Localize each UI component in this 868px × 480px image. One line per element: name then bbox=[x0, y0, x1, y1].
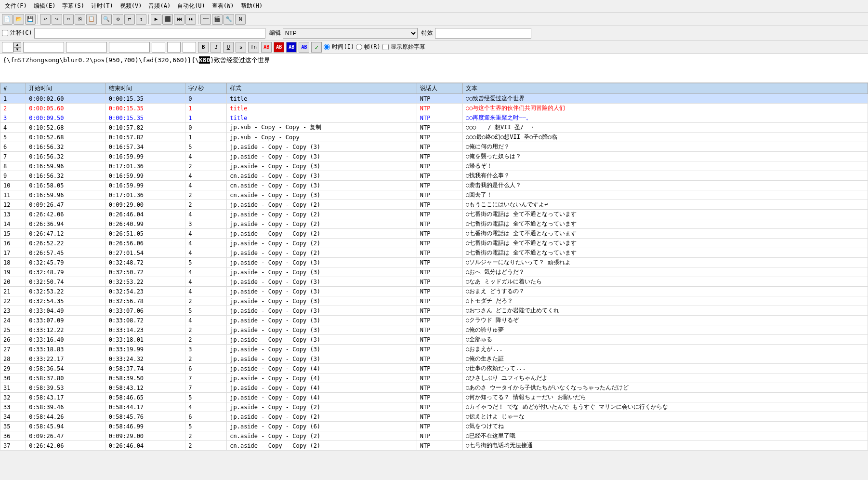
forward-button[interactable]: ⏭ bbox=[185, 14, 196, 25]
table-row[interactable]: 160:26:52.220:26:56.064jp.aside - Copy -… bbox=[0, 239, 868, 248]
menu-view[interactable]: 查看(W) bbox=[209, 1, 237, 11]
menu-automation[interactable]: 自动化(U) bbox=[174, 1, 208, 11]
annotation-checkbox[interactable] bbox=[2, 30, 8, 36]
table-row[interactable]: 180:32:45.790:32:48.725jp.aside - Copy -… bbox=[0, 258, 868, 267]
shift-button[interactable]: ⇄ bbox=[124, 14, 135, 25]
italic-button[interactable]: I bbox=[210, 42, 221, 53]
table-row[interactable]: 90:16:56.320:16:59.994cn.aside - Copy - … bbox=[0, 171, 868, 181]
table-row[interactable]: 220:32:54.350:32:56.782jp.aside - Copy -… bbox=[0, 296, 868, 306]
menu-file[interactable]: 文件(F) bbox=[2, 1, 30, 11]
index-up[interactable]: ▲ bbox=[13, 42, 21, 47]
table-row[interactable]: 370:26:42.060:26:46.042cn.aside - Copy -… bbox=[0, 441, 868, 451]
table-row[interactable]: 260:33:16.400:33:18.012jp.aside - Copy -… bbox=[0, 335, 868, 345]
index-down[interactable]: ▼ bbox=[13, 47, 21, 52]
table-row[interactable]: 150:26:47.120:26:51.054jp.aside - Copy -… bbox=[0, 229, 868, 239]
layer-input[interactable]: 0 bbox=[152, 42, 165, 53]
open-button[interactable]: 📂 bbox=[13, 14, 24, 25]
fn-button[interactable]: fn bbox=[248, 42, 259, 53]
table-row[interactable]: 340:58:44.260:58:45.766jp.aside - Copy -… bbox=[0, 412, 868, 422]
confirm-button[interactable]: ✓ bbox=[311, 42, 322, 53]
wave-button[interactable]: 〰 bbox=[200, 14, 211, 25]
cell-value: 0 bbox=[185, 94, 227, 104]
play-button[interactable]: ▶ bbox=[151, 14, 161, 25]
edit-area[interactable]: {\fnSTZhongsong\blur0.2\pos(950,700)\fad… bbox=[0, 54, 868, 83]
sort-button[interactable]: ↕ bbox=[136, 14, 146, 25]
stop-button[interactable]: ⬛ bbox=[162, 14, 173, 25]
table-row[interactable]: 80:16:59.960:17:01.362jp.aside - Copy - … bbox=[0, 161, 868, 171]
new-button[interactable]: 📄 bbox=[2, 14, 13, 25]
table-row[interactable]: 130:26:42.060:26:46.044jp.aside - Copy -… bbox=[0, 210, 868, 219]
table-row[interactable]: 350:58:45.940:58:46.995jp.aside - Copy -… bbox=[0, 422, 868, 431]
table-row[interactable]: 210:32:53.220:32:54.234jp.aside - Copy -… bbox=[0, 287, 868, 296]
properties-button[interactable]: ⚙ bbox=[113, 14, 123, 25]
table-row[interactable]: 120:09:26.470:09:29.002jp.aside - Copy -… bbox=[0, 200, 868, 210]
video-button[interactable]: 🎬 bbox=[212, 14, 223, 25]
strikeout-button[interactable]: s bbox=[236, 42, 246, 53]
cell-value: 15 bbox=[0, 229, 26, 239]
index-input[interactable]: 0 bbox=[2, 42, 13, 53]
table-row[interactable]: 100:16:58.050:16:59.994cn.aside - Copy -… bbox=[0, 181, 868, 190]
cut-button[interactable]: ✂ bbox=[63, 14, 74, 25]
ab2-button[interactable]: AB bbox=[274, 42, 284, 53]
table-row[interactable]: 140:26:36.940:26:40.993jp.aside - Copy -… bbox=[0, 219, 868, 229]
table-row[interactable]: 310:58:39.530:58:43.127jp.aside - Copy -… bbox=[0, 383, 868, 393]
show-original-checkbox[interactable] bbox=[382, 44, 389, 50]
table-row[interactable]: 290:58:36.540:58:37.746jp.aside - Copy -… bbox=[0, 364, 868, 373]
cell-value: 27 bbox=[0, 345, 26, 354]
table-row[interactable]: 320:58:43.170:58:46.655jp.aside - Copy -… bbox=[0, 393, 868, 402]
table-row[interactable]: 280:33:22.170:33:24.322jp.aside - Copy -… bbox=[0, 354, 868, 364]
menu-timing[interactable]: 计时(T) bbox=[88, 1, 116, 11]
extra-button[interactable]: N bbox=[235, 14, 246, 25]
cell-value: 32 bbox=[0, 393, 26, 402]
table-row[interactable]: 60:16:56.320:16:57.345jp.aside - Copy - … bbox=[0, 142, 868, 152]
table-row[interactable]: 40:10:52.680:10:57.820jp.sub - Copy - Co… bbox=[0, 123, 868, 133]
cell-value: NTP bbox=[417, 325, 462, 335]
menu-audio[interactable]: 音频(A) bbox=[145, 1, 173, 11]
menu-subtitle[interactable]: 字幕(S) bbox=[59, 1, 87, 11]
menu-help[interactable]: 帮助(H) bbox=[238, 1, 266, 11]
table-row[interactable]: 250:33:12.220:33:14.232jp.aside - Copy -… bbox=[0, 325, 868, 335]
table-row[interactable]: 230:33:04.490:33:07.065jp.aside - Copy -… bbox=[0, 306, 868, 316]
cell-text: ○已经不在这里了哦 bbox=[462, 431, 868, 441]
table-row[interactable]: 30:00:09.500:00:15.351titleNTP○○再度迎来重聚之时… bbox=[0, 113, 868, 123]
table-row[interactable]: 330:58:39.460:58:44.174jp.aside - Copy -… bbox=[0, 402, 868, 412]
table-row[interactable]: 360:09:26.470:09:29.002cn.aside - Copy -… bbox=[0, 431, 868, 441]
rewind-button[interactable]: ⏮ bbox=[174, 14, 184, 25]
options-button[interactable]: 🔧 bbox=[224, 14, 234, 25]
ab4-button[interactable]: AB bbox=[299, 42, 309, 53]
find-button[interactable]: 🔍 bbox=[101, 14, 112, 25]
redo-button[interactable]: ↪ bbox=[52, 14, 62, 25]
duration-input[interactable]: 0:00:12.75 bbox=[109, 42, 150, 53]
radio-frame[interactable] bbox=[356, 44, 362, 50]
table-row[interactable]: 50:10:52.680:10:57.821jp.sub - Copy - Co… bbox=[0, 133, 868, 142]
undo-button[interactable]: ↩ bbox=[40, 14, 51, 25]
effect-input[interactable] bbox=[435, 28, 531, 39]
cell-value: 5 bbox=[0, 133, 26, 142]
table-row[interactable]: 200:32:50.740:32:53.224jp.aside - Copy -… bbox=[0, 277, 868, 287]
title-input[interactable]: title bbox=[34, 28, 265, 39]
ntp-select[interactable]: NTP bbox=[283, 28, 418, 39]
margin-l-input[interactable]: 0 bbox=[167, 42, 181, 53]
menu-edit[interactable]: 编辑(E) bbox=[31, 1, 59, 11]
ab1-button[interactable]: AB bbox=[261, 42, 272, 53]
table-row[interactable]: 70:16:56.320:16:59.994jp.aside - Copy - … bbox=[0, 152, 868, 161]
ab3-button[interactable]: AB bbox=[286, 42, 297, 53]
menu-video[interactable]: 视频(V) bbox=[117, 1, 145, 11]
start-time-input[interactable]: 0:00:02.60 bbox=[23, 42, 64, 53]
table-row[interactable]: 190:32:48.790:32:50.724jp.aside - Copy -… bbox=[0, 267, 868, 277]
table-row[interactable]: 240:33:07.090:33:08.724jp.aside - Copy -… bbox=[0, 316, 868, 325]
copy-button[interactable]: ⎘ bbox=[75, 14, 85, 25]
table-row[interactable]: 20:00:05.600:00:15.351titleNTP○○与这个世界的伙伴… bbox=[0, 104, 868, 113]
paste-button[interactable]: 📋 bbox=[86, 14, 97, 25]
table-row[interactable]: 110:16:59.960:17:01.362cn.aside - Copy -… bbox=[0, 190, 868, 200]
margin-r-input[interactable]: 0 bbox=[183, 42, 196, 53]
radio-time[interactable] bbox=[324, 44, 330, 50]
underline-button[interactable]: U bbox=[223, 42, 234, 53]
table-row[interactable]: 10:00:02.600:00:15.350titleNTP○○致曾经爱过这个世… bbox=[0, 94, 868, 104]
end-time-input[interactable]: 0:00:15.35 bbox=[66, 42, 107, 53]
table-row[interactable]: 170:26:57.450:27:01.544jp.aside - Copy -… bbox=[0, 248, 868, 258]
table-row[interactable]: 270:33:18.830:33:19.993jp.aside - Copy -… bbox=[0, 345, 868, 354]
save-button[interactable]: 💾 bbox=[25, 14, 36, 25]
table-row[interactable]: 300:58:37.800:58:39.507jp.aside - Copy -… bbox=[0, 373, 868, 383]
bold-button[interactable]: B bbox=[198, 42, 209, 53]
